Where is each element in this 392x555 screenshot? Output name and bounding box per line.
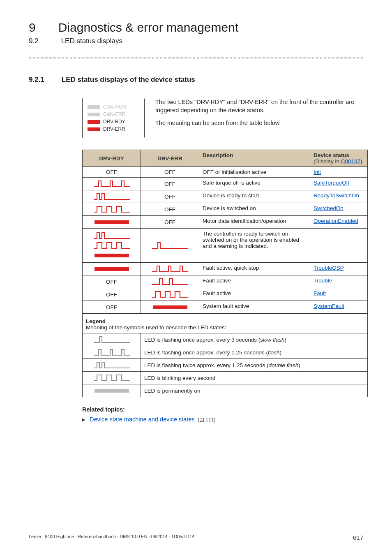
svg-rect-0 xyxy=(95,220,129,224)
cell-drv-rdy xyxy=(83,203,141,216)
led-doubleflash-icon xyxy=(92,361,131,369)
cell-device-status: Fault xyxy=(310,288,368,301)
page-footer: Lenze · 8400 HighLine · Referenzhandbuch… xyxy=(29,534,363,541)
cell-description: Fault active, quick stop xyxy=(199,263,310,275)
page-ref: (🕮 111) xyxy=(196,417,216,423)
table-row: OFFDevice is switched onSwitchedOn xyxy=(83,203,368,216)
cell-description: OFF or initialisation active xyxy=(199,167,310,178)
th-display-pre: (Display in xyxy=(314,158,341,164)
cell-drv-rdy xyxy=(83,216,141,229)
led-panel-row-can-run: CAN-RUN xyxy=(88,104,139,110)
led-flash-icon xyxy=(150,265,190,273)
legend-text: ) xyxy=(279,349,281,356)
led-swatch-icon xyxy=(88,105,100,109)
footer-left: Lenze · 8400 HighLine · Referenzhandbuch… xyxy=(29,534,194,541)
cell-drv-err xyxy=(141,301,199,314)
table-row: OFFOFFOFF or initialisation activeInit xyxy=(83,167,368,178)
legend-text-italic: slow flash xyxy=(260,337,284,343)
off-label: OFF xyxy=(106,304,117,310)
book-icon: 🕮 xyxy=(199,417,204,423)
cell-drv-rdy xyxy=(83,263,141,275)
legend-title: Legend xyxy=(86,318,364,324)
legend-text-italic: flash xyxy=(268,349,280,356)
link-status-fault[interactable]: Fault xyxy=(314,290,326,296)
cell-description: Fault active xyxy=(199,275,310,288)
led-panel-row-drv-err: DRV-ERR xyxy=(88,126,139,132)
legend-row: LED is permanently on xyxy=(83,384,368,397)
section-header: 9.2.1 LED status displays of the device … xyxy=(29,76,363,84)
table-row: OFFFault activeFault xyxy=(83,288,368,301)
legend-text: ) xyxy=(298,362,300,368)
svg-rect-3 xyxy=(153,305,187,309)
led-blink-icon xyxy=(92,374,131,382)
off-label: OFF xyxy=(164,181,175,187)
link-status-operationenabled[interactable]: OperationEnabled xyxy=(314,218,358,224)
link-device-state-machine[interactable]: Device state machine and device states xyxy=(90,416,195,423)
led-panel-row-drv-rdy: DRV-RDY xyxy=(88,119,139,125)
subsection-number: 9.2 xyxy=(29,37,39,45)
table-row: OFFFault activeTrouble xyxy=(83,275,368,288)
link-status-troubleqsp[interactable]: TroubleQSP xyxy=(314,265,344,271)
table-row: OFFSafe torque off is activeSafeTorqueOf… xyxy=(83,178,368,190)
off-label: OFF xyxy=(106,291,117,298)
table-row: OFFSystem fault activeSystemFault xyxy=(83,301,368,314)
link-status-trouble[interactable]: Trouble xyxy=(314,278,332,284)
intro-p2: The meaning can be seen from the table b… xyxy=(155,119,363,127)
cell-drv-rdy xyxy=(83,190,141,203)
legend-text-cell: LED is permanently on xyxy=(141,384,368,397)
link-status-readytoswitchon[interactable]: ReadyToSwitchOn xyxy=(314,192,359,199)
cell-drv-err: OFF xyxy=(141,203,199,216)
table-row: OFFDevice is ready to startReadyToSwitch… xyxy=(83,190,368,203)
link-c00137[interactable]: C00137 xyxy=(341,158,360,164)
footer-page-number: 617 xyxy=(353,534,363,541)
th-device-status: Device status (Display in C00137) xyxy=(310,150,368,167)
page-ref-number: 111 xyxy=(205,417,214,423)
off-label: OFF xyxy=(164,169,175,175)
table-row: The controller is ready to switch on, sw… xyxy=(83,229,368,263)
led-panel-label: CAN-ERR xyxy=(103,111,126,117)
cell-drv-rdy: OFF xyxy=(83,275,141,288)
cell-device-status: SystemFault xyxy=(310,301,368,314)
cell-device-status: TroubleQSP xyxy=(310,263,368,275)
cell-drv-err xyxy=(141,263,199,275)
cell-drv-err xyxy=(141,275,199,288)
intro-p1: The two LEDs "DRV-RDY" and "DRV-ERR" on … xyxy=(155,98,363,115)
off-label: OFF xyxy=(106,169,117,175)
chapter-number: 9 xyxy=(29,21,36,35)
led-swatch-icon xyxy=(88,120,100,124)
th-device-status-label: Device status xyxy=(314,152,349,158)
legend-text-cell: LED is flashing twice approx. every 1.25… xyxy=(141,359,368,372)
led-blink-icon xyxy=(150,290,190,298)
legend-text-cell: LED is flashing once approx. every 3 sec… xyxy=(141,333,368,346)
off-label: OFF xyxy=(164,219,175,225)
led-on-icon xyxy=(92,386,131,395)
legend-text: LED is flashing once approx. every 1.25 … xyxy=(144,349,268,356)
link-status-init[interactable]: Init xyxy=(314,169,321,175)
legend-text-cell: LED is blinking every second xyxy=(141,372,368,384)
led-on-icon xyxy=(92,251,131,259)
chapter-title: Diagnostics & error management xyxy=(58,21,239,35)
divider xyxy=(29,58,363,58)
th-display-post: ) xyxy=(360,158,362,164)
cell-device-status: Trouble xyxy=(310,275,368,288)
cell-drv-err xyxy=(141,288,199,301)
cell-drv-err: OFF xyxy=(141,216,199,229)
cell-drv-rdy xyxy=(83,229,141,263)
led-swatch-icon xyxy=(88,113,100,116)
legend-text: ) xyxy=(284,337,286,343)
cell-drv-rdy: OFF xyxy=(83,167,141,178)
cell-description: Device is switched on xyxy=(199,203,310,216)
link-status-systemfault[interactable]: SystemFault xyxy=(314,303,344,309)
cell-drv-err xyxy=(141,229,199,263)
legend-header-row: Legend Meaning of the symbols used to de… xyxy=(83,314,368,333)
led-panel-row-can-err: CAN-ERR xyxy=(88,111,139,117)
legend-header: Legend Meaning of the symbols used to de… xyxy=(83,314,368,333)
link-status-switchedon[interactable]: SwitchedOn xyxy=(314,205,344,211)
related-title: Related topics: xyxy=(82,406,363,413)
legend-subtitle: Meaning of the symbols used to describe … xyxy=(86,324,364,331)
th-drv-err: DRV-ERR xyxy=(141,150,199,167)
legend-text-cell: LED is flashing once approx. every 1.25 … xyxy=(141,346,368,359)
cell-description: Motor data identification/operation xyxy=(199,216,310,229)
cell-description: The controller is ready to switch on, sw… xyxy=(199,229,310,263)
link-status-safetorqueoff[interactable]: SafeTorqueOff xyxy=(314,180,349,186)
